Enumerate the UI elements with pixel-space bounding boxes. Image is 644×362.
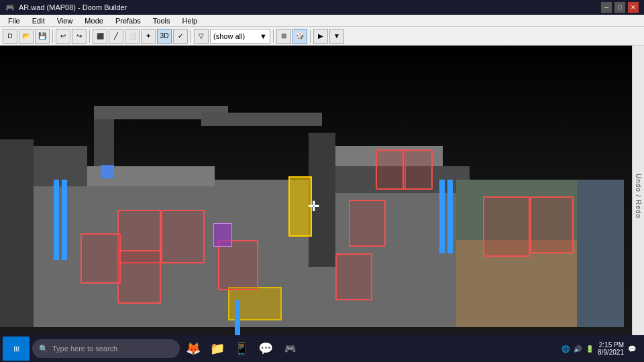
menu-edit[interactable]: Edit (27, 15, 50, 27)
taskbar-phone[interactable]: 📱 (231, 338, 252, 359)
toolbar-separator-4 (273, 29, 274, 43)
titlebar-left: 🎮 AR.wad (MAP08) - Doom Builder (5, 3, 127, 12)
monster-box-10 (530, 196, 574, 253)
crosshair: ✛ (308, 198, 319, 215)
taskbar-app[interactable]: 🎮 (279, 338, 301, 359)
scene-background: ✛ (0, 46, 632, 347)
titlebar-controls: ─ □ ✕ (601, 2, 639, 13)
tray-volume-icon: 🔊 (574, 345, 582, 353)
main-area: ✛ Undo / Redo (0, 46, 644, 347)
time-label: 2:15 PM (599, 341, 624, 349)
pillar-1 (94, 119, 114, 166)
monster-box-4 (80, 233, 121, 284)
taskbar-right: 🌐 🔊 🔋 2:15 PM 8/9/2021 💬 (561, 341, 641, 356)
app-icon: 🎮 (5, 3, 15, 12)
clock: 2:15 PM 8/9/2021 (598, 341, 624, 356)
monster-box-2 (161, 210, 205, 263)
wall-left (0, 139, 34, 327)
filter-label: (show all) (213, 32, 245, 40)
purple-thing (213, 223, 232, 247)
new-button[interactable]: 🗋 (3, 29, 17, 44)
mode-3d[interactable]: 3D (157, 29, 172, 44)
blue-line-1 (54, 180, 59, 260)
filter-icon[interactable]: ▽ (194, 29, 209, 44)
filter-dropdown[interactable]: (show all) ▼ (210, 29, 270, 44)
toolbar-separator-3 (191, 29, 191, 43)
taskbar: ⊞ 🔍 Type here to search 🦊 📁 📱 💬 🎮 🌐 🔊 🔋 … (0, 335, 644, 362)
close-button[interactable]: ✕ (628, 2, 639, 13)
mode-check[interactable]: ✓ (173, 29, 188, 44)
monster-box-11 (335, 253, 372, 300)
toolbar-separator-2 (89, 29, 90, 43)
dropdown-arrow: ▼ (260, 32, 267, 40)
redo-button[interactable]: ↪ (72, 29, 87, 44)
blue-line-3 (439, 180, 445, 253)
save-button[interactable]: 💾 (35, 29, 50, 44)
view-3d-button[interactable]: 🎲 (292, 29, 307, 44)
monster-box-7 (376, 149, 406, 190)
toolbar: 🗋 📂 💾 ↩ ↪ ⬛ ╱ ⬜ ✦ 3D ✓ ▽ (show all) ▼ ⊞ … (0, 27, 644, 46)
menu-mode[interactable]: Mode (79, 15, 109, 27)
monster-box-6 (349, 200, 386, 247)
menu-view[interactable]: View (52, 15, 78, 27)
menu-tools[interactable]: Tools (148, 15, 176, 27)
3d-viewport[interactable]: ✛ (0, 46, 632, 347)
mode-sectors[interactable]: ⬜ (125, 29, 140, 44)
search-bar[interactable]: 🔍 Type here to search (32, 339, 180, 358)
undo-button[interactable]: ↩ (56, 29, 70, 44)
toolbar-separator-1 (52, 29, 53, 43)
menu-prefabs[interactable]: Prefabs (110, 15, 146, 27)
taskbar-files[interactable]: 📁 (207, 338, 228, 359)
search-placeholder: Type here to search (52, 345, 117, 353)
mode-things[interactable]: ✦ (141, 29, 156, 44)
blue-line-5 (235, 300, 240, 341)
menu-file[interactable]: File (3, 15, 25, 27)
title-bar: 🎮 AR.wad (MAP08) - Doom Builder ─ □ ✕ (0, 0, 644, 15)
menu-help[interactable]: Help (177, 15, 203, 27)
minimize-button[interactable]: ─ (601, 2, 612, 13)
monster-box-8 (402, 149, 433, 190)
undo-redo-panel: Undo / Redo (632, 46, 644, 347)
toolbar-separator-5 (310, 29, 311, 43)
monster-box-3 (117, 250, 161, 304)
menu-bar: File Edit View Mode Prefabs Tools Help (0, 15, 644, 27)
view-2d-button[interactable]: ⊞ (276, 29, 291, 44)
date-label: 8/9/2021 (598, 349, 624, 356)
monster-box-9 (483, 196, 530, 257)
wall-right (577, 180, 624, 327)
maximize-button[interactable]: □ (614, 2, 625, 13)
blue-marker (101, 165, 114, 178)
open-button[interactable]: 📂 (19, 29, 34, 44)
wall-top-left (34, 146, 87, 186)
search-icon: 🔍 (39, 345, 48, 353)
play-button[interactable]: ▶ (313, 29, 328, 44)
notification-icon[interactable]: 💬 (628, 345, 636, 353)
tray-battery-icon: 🔋 (586, 345, 594, 353)
undo-redo-label: Undo / Redo (635, 174, 642, 219)
start-button[interactable]: ⊞ (3, 337, 30, 361)
window-title: AR.wad (MAP08) - Doom Builder (19, 3, 127, 11)
taskbar-discord[interactable]: 💬 (255, 338, 276, 359)
mode-linedefs[interactable]: ╱ (109, 29, 123, 44)
blue-line-2 (62, 180, 67, 260)
tray-network-icon: 🌐 (561, 345, 570, 353)
blue-line-4 (447, 180, 453, 253)
monster-box-5 (218, 240, 258, 290)
mode-vertices[interactable]: ⬛ (93, 29, 107, 44)
ceiling-beam-2 (201, 113, 322, 126)
start-icon: ⊞ (13, 345, 19, 353)
play-options[interactable]: ▼ (329, 29, 344, 44)
taskbar-firefox[interactable]: 🦊 (182, 338, 204, 359)
